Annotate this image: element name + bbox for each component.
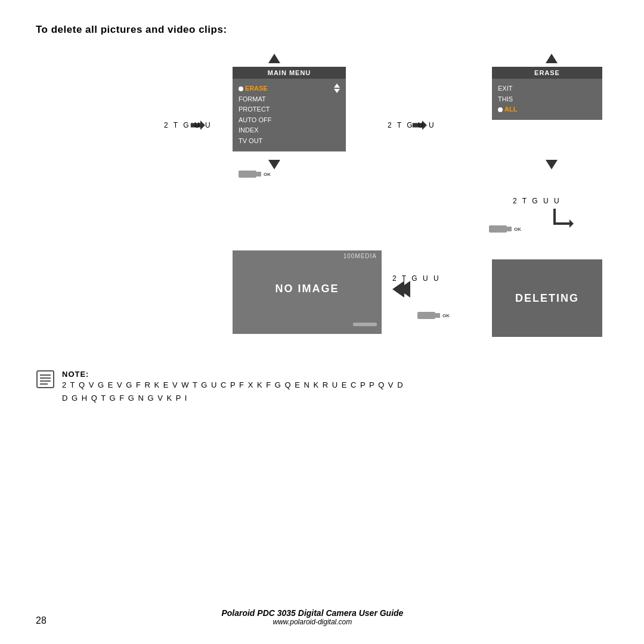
footer-brand: Polaroid PDC 3035 Digital Camera User Gu… — [47, 608, 578, 626]
menu-item-erase: ERASE — [239, 83, 271, 94]
svg-rect-5 — [417, 312, 435, 319]
menu-item-format: FORMAT — [239, 94, 271, 105]
note-section: NOTE: 2 T Q V G E V G F R K E V W T G U … — [36, 370, 608, 405]
svg-marker-2 — [569, 219, 574, 228]
deleting-label: DELETING — [515, 292, 579, 305]
camera-icon-3 — [489, 224, 512, 234]
menu-item-index: INDEX — [239, 125, 271, 136]
ok-label-4: OK — [442, 313, 450, 318]
note-icon — [36, 370, 55, 389]
up-arrow-erase — [546, 54, 558, 63]
erase-item-this: THIS — [498, 94, 596, 105]
page-footer: 28 Polaroid PDC 3035 Digital Camera User… — [36, 608, 608, 626]
noimage-footer — [233, 315, 382, 331]
svg-rect-4 — [507, 227, 512, 231]
note-text-2: D G H Q T G F G N G V K P I — [62, 392, 404, 405]
noimage-header: 100MEDIA — [233, 250, 382, 262]
ok-button-3: OK — [489, 224, 521, 234]
note-label: NOTE: — [62, 370, 404, 379]
footer-url: www.polaroid-digital.com — [47, 618, 578, 626]
bullet-all — [498, 107, 503, 112]
down-arrow-erase — [546, 160, 558, 169]
up-arrow-main — [268, 54, 280, 63]
footer-title: Polaroid PDC 3035 Digital Camera User Gu… — [47, 608, 578, 618]
note-content: NOTE: 2 T Q V G E V G F R K E V W T G U … — [62, 370, 404, 405]
svg-rect-0 — [239, 171, 256, 178]
scroll-up-arrow — [334, 83, 340, 88]
menu-item-tvout: TV OUT — [239, 136, 271, 147]
menu-item-protect: PROTECT — [239, 104, 271, 115]
erase-item-exit: EXIT — [498, 83, 596, 94]
noimage-body: NO IMAGE — [233, 262, 382, 315]
erase-menu-screen: ERASE EXIT THIS ALL — [492, 67, 602, 120]
menu-item-autooff: AUTO OFF — [239, 115, 271, 126]
camera-icon-4 — [417, 310, 440, 321]
ok-button-4: OK — [417, 310, 450, 321]
svg-rect-3 — [489, 225, 507, 233]
camera-icon-1 — [239, 169, 261, 179]
left-arrow-2 — [398, 281, 410, 298]
noimage-screen: 100MEDIA NO IMAGE — [233, 250, 382, 334]
page-number: 28 — [36, 615, 47, 626]
svg-rect-6 — [435, 313, 440, 318]
nav-label-2: 2 T G U U — [388, 121, 436, 129]
nav-label-4: 2 T G U U — [392, 274, 441, 283]
scroll-arrows — [334, 83, 340, 93]
deleting-screen: DELETING — [492, 259, 602, 337]
erase-item-all: ALL — [498, 104, 596, 115]
down-arrow-main — [268, 160, 280, 169]
svg-rect-7 — [37, 371, 54, 388]
scroll-down-arrow — [334, 89, 340, 93]
main-menu-screen: MAIN MENU ERASE FORMAT PROTECT AUTO OFF … — [233, 67, 346, 151]
corner-arrow — [549, 203, 578, 235]
ok-label-3: OK — [514, 227, 521, 232]
diagram: MAIN MENU ERASE FORMAT PROTECT AUTO OFF … — [36, 54, 608, 352]
ok-button-1: OK — [239, 169, 271, 179]
note-text-1: 2 T Q V G E V G F R K E V W T G U C P F … — [62, 379, 404, 392]
noimage-footer-bar — [353, 323, 377, 326]
erase-menu-title: ERASE — [492, 67, 602, 79]
ok-label-1: OK — [264, 172, 271, 177]
svg-rect-1 — [256, 172, 261, 177]
corner-arrow-svg — [549, 203, 578, 233]
nav-label-1: 2 T G U U — [164, 121, 212, 129]
main-menu-title: MAIN MENU — [233, 67, 346, 79]
bullet-erase — [239, 86, 243, 91]
page-title: To delete all pictures and video clips: — [36, 24, 608, 36]
